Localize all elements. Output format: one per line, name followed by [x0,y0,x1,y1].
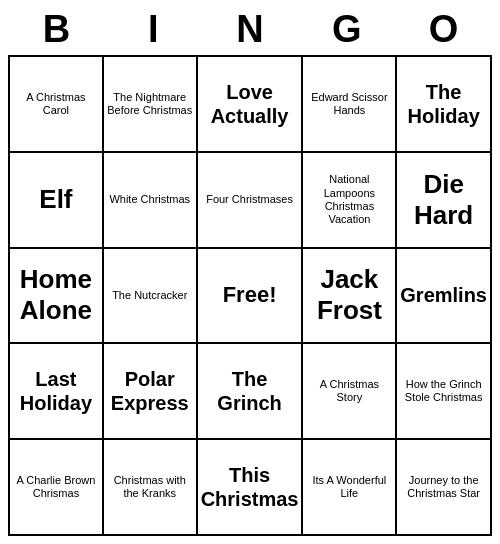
bingo-cell-22[interactable]: This Christmas [198,440,304,536]
letter-o: O [395,8,492,51]
bingo-cell-19[interactable]: How the Grinch Stole Christmas [397,344,492,440]
bingo-cell-13[interactable]: Jack Frost [303,249,397,345]
letter-n: N [202,8,299,51]
bingo-cell-14[interactable]: Gremlins [397,249,492,345]
bingo-header: B I N G O [8,8,492,51]
bingo-cell-6[interactable]: White Christmas [104,153,198,249]
bingo-cell-8[interactable]: National Lampoons Christmas Vacation [303,153,397,249]
bingo-cell-16[interactable]: Polar Express [104,344,198,440]
bingo-cell-17[interactable]: The Grinch [198,344,304,440]
bingo-cell-1[interactable]: The Nightmare Before Christmas [104,57,198,153]
bingo-cell-3[interactable]: Edward Scissor Hands [303,57,397,153]
letter-b: B [8,8,105,51]
bingo-cell-4[interactable]: The Holiday [397,57,492,153]
bingo-cell-10[interactable]: Home Alone [10,249,104,345]
bingo-cell-23[interactable]: Its A Wonderful Life [303,440,397,536]
bingo-cell-20[interactable]: A Charlie Brown Chrismas [10,440,104,536]
bingo-cell-7[interactable]: Four Christmases [198,153,304,249]
letter-i: I [105,8,202,51]
bingo-cell-0[interactable]: A Christmas Carol [10,57,104,153]
bingo-cell-21[interactable]: Christmas with the Kranks [104,440,198,536]
bingo-cell-11[interactable]: The Nutcracker [104,249,198,345]
bingo-cell-24[interactable]: Journey to the Christmas Star [397,440,492,536]
bingo-cell-15[interactable]: Last Holiday [10,344,104,440]
bingo-cell-18[interactable]: A Christmas Story [303,344,397,440]
letter-g: G [298,8,395,51]
bingo-cell-9[interactable]: Die Hard [397,153,492,249]
bingo-grid: A Christmas CarolThe Nightmare Before Ch… [8,55,492,536]
bingo-cell-5[interactable]: Elf [10,153,104,249]
bingo-cell-12[interactable]: Free! [198,249,304,345]
bingo-cell-2[interactable]: Love Actually [198,57,304,153]
